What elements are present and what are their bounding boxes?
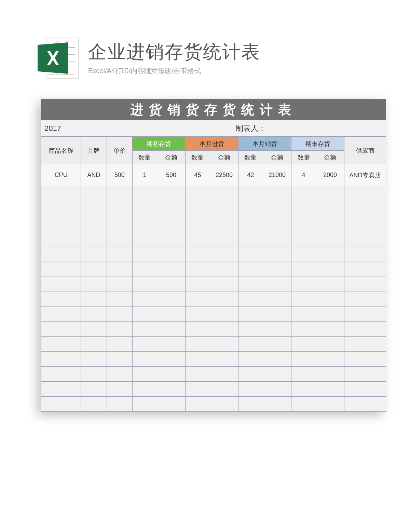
cell-supplier	[344, 397, 386, 412]
col-name: 商品名称	[41, 137, 81, 164]
cell-g2_amt	[263, 276, 291, 291]
cell-g1_amt: 22500	[210, 164, 238, 186]
author-label: 制表人：	[232, 123, 266, 134]
cell-g1_amt	[210, 352, 238, 367]
cell-supplier	[344, 261, 386, 276]
cell-g0_qty	[132, 382, 157, 397]
col-group-initial: 期初存货	[132, 137, 185, 151]
cell-g3_amt	[316, 186, 344, 201]
cell-g1_qty	[185, 337, 210, 352]
inventory-table: 商品名称 品牌 单价 期初存货 本月进货 本月销货 期末存货 供应商 数量 金额…	[41, 137, 386, 412]
cell-g2_qty: 42	[238, 164, 263, 186]
col-price: 单价	[107, 137, 132, 164]
cell-brand	[81, 201, 107, 216]
cell-g0_amt	[157, 216, 185, 231]
cell-name	[41, 201, 81, 216]
cell-g0_amt	[157, 322, 185, 337]
cell-name	[41, 337, 81, 352]
cell-g3_qty	[291, 186, 316, 201]
col-qty: 数量	[185, 151, 210, 164]
cell-name	[41, 246, 81, 261]
cell-g1_qty	[185, 246, 210, 261]
cell-g2_qty	[238, 261, 263, 276]
cell-g1_amt	[210, 276, 238, 291]
cell-g1_qty: 45	[185, 164, 210, 186]
cell-brand	[81, 367, 107, 382]
cell-g0_qty	[132, 322, 157, 337]
cell-supplier	[344, 231, 386, 246]
table-row	[41, 322, 386, 337]
cell-g2_qty	[238, 186, 263, 201]
cell-name	[41, 397, 81, 412]
col-amt: 金额	[157, 151, 185, 164]
cell-price	[107, 261, 132, 276]
cell-g0_amt	[157, 291, 185, 306]
excel-icon: X	[38, 38, 79, 79]
table-row: CPUAND50015004522500422100042000AND专卖店	[41, 164, 386, 186]
cell-g3_amt	[316, 352, 344, 367]
year-value: 2017	[41, 124, 232, 133]
cell-g1_amt	[210, 337, 238, 352]
cell-g0_amt	[157, 352, 185, 367]
cell-g3_qty	[291, 291, 316, 306]
cell-g3_amt	[316, 291, 344, 306]
sheet-title: 进货销货存货统计表	[41, 99, 386, 120]
cell-g3_amt	[316, 216, 344, 231]
cell-g1_qty	[185, 216, 210, 231]
excel-icon-letter: X	[47, 46, 59, 70]
cell-g1_qty	[185, 201, 210, 216]
cell-supplier	[344, 352, 386, 367]
cell-price	[107, 382, 132, 397]
cell-g3_amt	[316, 322, 344, 337]
cell-supplier	[344, 291, 386, 306]
cell-g2_amt	[263, 246, 291, 261]
cell-g0_amt	[157, 382, 185, 397]
cell-g0_qty	[132, 337, 157, 352]
spreadsheet-preview: 进货销货存货统计表 2017 制表人： 商品名称 品牌 单价 期初存货 本月进货…	[41, 99, 386, 412]
cell-name	[41, 382, 81, 397]
cell-g0_amt	[157, 276, 185, 291]
cell-supplier	[344, 216, 386, 231]
cell-supplier	[344, 201, 386, 216]
cell-g2_amt	[263, 291, 291, 306]
cell-name	[41, 276, 81, 291]
cell-g2_qty	[238, 306, 263, 322]
cell-brand	[81, 246, 107, 261]
cell-g3_qty	[291, 337, 316, 352]
cell-g1_amt	[210, 186, 238, 201]
cell-name	[41, 306, 81, 322]
cell-price	[107, 322, 132, 337]
cell-g1_qty	[185, 322, 210, 337]
info-row: 2017 制表人：	[41, 120, 386, 137]
col-group-in: 本月进货	[185, 137, 238, 151]
cell-g3_qty	[291, 231, 316, 246]
col-qty: 数量	[238, 151, 263, 164]
cell-brand	[81, 382, 107, 397]
cell-g3_qty	[291, 201, 316, 216]
cell-g0_amt	[157, 231, 185, 246]
cell-g1_qty	[185, 306, 210, 322]
header-text: 企业进销存货统计表 Excel/A4打印/内容随意修改/自带格式	[88, 41, 260, 76]
cell-g3_qty	[291, 352, 316, 367]
cell-g3_amt	[316, 246, 344, 261]
table-row	[41, 276, 386, 291]
cell-price	[107, 276, 132, 291]
cell-g1_amt	[210, 201, 238, 216]
cell-g1_amt	[210, 322, 238, 337]
page-header: X 企业进销存货统计表 Excel/A4打印/内容随意修改/自带格式	[0, 0, 410, 89]
cell-g1_qty	[185, 367, 210, 382]
cell-g0_amt	[157, 246, 185, 261]
cell-supplier	[344, 382, 386, 397]
cell-brand	[81, 397, 107, 412]
cell-g2_amt	[263, 306, 291, 322]
cell-g3_amt	[316, 337, 344, 352]
col-group-end: 期末存货	[291, 137, 344, 151]
cell-g3_amt	[316, 261, 344, 276]
cell-g0_qty	[132, 367, 157, 382]
cell-price	[107, 352, 132, 367]
cell-g0_amt: 500	[157, 164, 185, 186]
cell-brand	[81, 337, 107, 352]
table-row	[41, 306, 386, 322]
cell-supplier	[344, 276, 386, 291]
cell-g2_qty	[238, 397, 263, 412]
